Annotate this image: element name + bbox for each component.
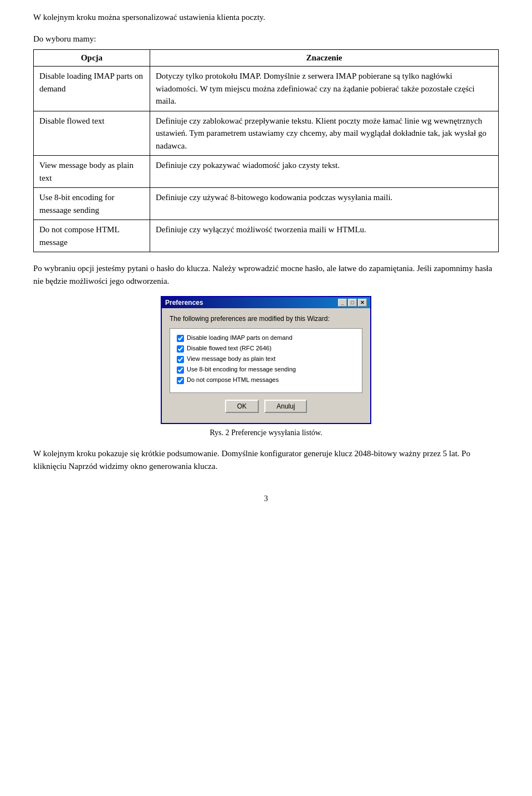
dialog-container: Preferences _ □ ✕ The following preferen… — [33, 296, 499, 424]
close-button[interactable]: ✕ — [358, 299, 367, 307]
option-cell: Do not compose HTML message — [34, 220, 150, 252]
table-row: View message body as plain textDefiniuje… — [34, 156, 499, 188]
col1-header: Opcja — [34, 50, 150, 67]
dialog-description: The following preferences are modified b… — [170, 315, 362, 323]
figure-caption: Rys. 2 Preferencje wysyłania listów. — [33, 428, 499, 437]
cancel-button[interactable]: Anuluj — [264, 400, 307, 413]
col2-header: Znaczenie — [150, 50, 499, 67]
maximize-button[interactable]: □ — [348, 299, 357, 307]
table-row: Disable loading IMAP parts on demandDoty… — [34, 67, 499, 111]
wyboru-paragraph: Do wyboru mamy: — [33, 33, 499, 45]
post-table-paragraph: Po wybraniu opcji jesteśmy pytani o hasł… — [33, 262, 499, 287]
checkbox-item: Disable flowed text (RFC 2646) — [177, 345, 355, 353]
page-number: 3 — [33, 494, 499, 503]
options-table: Opcja Znaczenie Disable loading IMAP par… — [33, 49, 499, 252]
checkbox-label: Do not compose HTML messages — [187, 376, 279, 383]
option-cell: View message body as plain text — [34, 156, 150, 188]
dialog-content: The following preferences are modified b… — [162, 308, 370, 423]
checkbox-item: Disable loading IMAP parts on demand — [177, 334, 355, 342]
option-cell: Disable flowed text — [34, 111, 150, 156]
preference-checkbox[interactable] — [177, 377, 184, 384]
table-row: Use 8-bit encoding for messaage sendingD… — [34, 188, 499, 220]
meaning-cell: Definiuje czy używać 8-bitowego kodowani… — [150, 188, 499, 220]
titlebar-buttons: _ □ ✕ — [338, 299, 367, 307]
checkbox-item: Do not compose HTML messages — [177, 376, 355, 384]
checkbox-label: Disable flowed text (RFC 2646) — [187, 345, 272, 351]
table-row: Disable flowed textDefiniuje czy zabloko… — [34, 111, 499, 156]
table-row: Do not compose HTML messageDefiniuje czy… — [34, 220, 499, 252]
preference-checkbox[interactable] — [177, 335, 184, 342]
preference-checkbox[interactable] — [177, 366, 184, 374]
checkbox-item: Use 8-bit encoding for message sending — [177, 366, 355, 374]
checkbox-item: View message body as plain text — [177, 355, 355, 363]
preference-checkbox[interactable] — [177, 345, 184, 353]
footer-paragraph: W kolejnym kroku pokazuje się krótkie po… — [33, 447, 499, 472]
dialog-title: Preferences — [165, 299, 203, 307]
meaning-cell: Definiuje czy zablokować przepływanie te… — [150, 111, 499, 156]
dialog-titlebar: Preferences _ □ ✕ — [162, 297, 370, 308]
meaning-cell: Dotyczy tylko protokołu IMAP. Domyślnie … — [150, 67, 499, 111]
meaning-cell: Definiuje czy pokazywać wiadomość jako c… — [150, 156, 499, 188]
dialog-inner-box: Disable loading IMAP parts on demandDisa… — [170, 328, 362, 393]
ok-button[interactable]: OK — [225, 400, 259, 413]
checkbox-label: Disable loading IMAP parts on demand — [187, 334, 293, 341]
dialog-buttons: OK Anuluj — [170, 400, 362, 416]
intro-paragraph: W kolejnym kroku można spersonalizować u… — [33, 11, 499, 24]
checkbox-label: Use 8-bit encoding for message sending — [187, 366, 296, 373]
minimize-button[interactable]: _ — [338, 299, 347, 307]
meaning-cell: Definiuje czy wyłączyć możliwość tworzen… — [150, 220, 499, 252]
option-cell: Disable loading IMAP parts on demand — [34, 67, 150, 111]
option-cell: Use 8-bit encoding for messaage sending — [34, 188, 150, 220]
checkbox-label: View message body as plain text — [187, 355, 275, 362]
preferences-dialog: Preferences _ □ ✕ The following preferen… — [161, 296, 371, 424]
preference-checkbox[interactable] — [177, 356, 184, 363]
